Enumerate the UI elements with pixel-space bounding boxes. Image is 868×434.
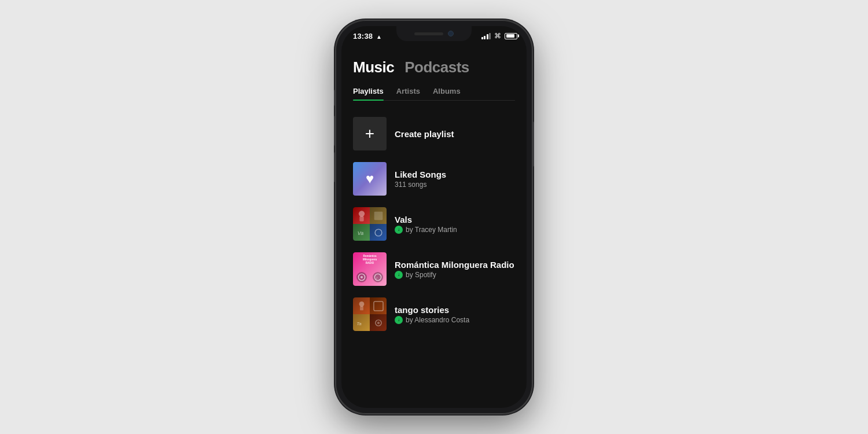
playlist-meta: ↓ by Spotify <box>395 271 515 279</box>
list-item[interactable]: RománticaMilongueraRADIO ♪ <box>353 247 515 292</box>
volume-up-button <box>334 116 336 146</box>
svg-rect-11 <box>373 301 382 310</box>
svg-point-4 <box>375 229 382 236</box>
playlist-info: tango stories ↓ by Alessandro Costa <box>395 305 515 324</box>
vals-cell-4 <box>370 224 387 241</box>
svg-text:Ta: Ta <box>356 321 362 326</box>
heart-icon: ♥ <box>366 171 374 187</box>
list-item[interactable]: ♥ Liked Songs 311 songs <box>353 156 515 201</box>
plus-icon: + <box>365 126 374 142</box>
svg-point-6 <box>361 276 363 278</box>
vals-art-1 <box>355 209 368 222</box>
signal-bar-1 <box>481 37 483 39</box>
svg-point-9 <box>359 301 364 306</box>
playlist-name: Create playlist <box>395 129 515 139</box>
romantica-label: RománticaMilongueraRADIO <box>355 255 385 265</box>
vals-art-4 <box>372 226 385 239</box>
speaker <box>414 32 443 35</box>
svg-point-14 <box>377 321 379 323</box>
download-badge: ↓ <box>395 271 403 279</box>
playlist-info: Vals ↓ by Tracey Martin <box>395 215 515 234</box>
signal-bar-2 <box>484 36 486 39</box>
phone-wrapper: 13:38 ▲ ⌘ Music Podcasts <box>336 20 532 414</box>
signal-bars <box>481 32 491 39</box>
tab-podcasts[interactable]: Podcasts <box>404 58 469 76</box>
vals-thumb: Va <box>353 207 387 241</box>
playlist-info: Romántica Milonguera Radio ↓ by Spotify <box>395 260 515 279</box>
playlist-meta: ↓ by Tracey Martin <box>395 226 515 234</box>
playlist-list: + Create playlist ♥ Liked Songs 311 song… <box>353 111 515 337</box>
tango-collage: Ta <box>353 297 387 331</box>
signal-bar-4 <box>489 33 491 39</box>
svg-text:♪: ♪ <box>376 275 378 279</box>
liked-songs-thumb: ♥ <box>353 162 387 196</box>
camera <box>448 31 454 36</box>
download-arrow-icon: ↓ <box>398 273 400 277</box>
romantica-thumb: RománticaMilongueraRADIO ♪ <box>353 252 387 286</box>
download-badge: ↓ <box>395 316 403 324</box>
playlist-subtitle: by Tracey Martin <box>406 226 457 234</box>
playlist-info: Liked Songs 311 songs <box>395 170 515 189</box>
subtab-artists[interactable]: Artists <box>396 87 420 100</box>
playlist-name: Vals <box>395 215 515 225</box>
content: Music Podcasts Playlists Artists Albums <box>341 49 527 408</box>
battery-fill <box>506 34 514 38</box>
romantica-collage: RománticaMilongueraRADIO ♪ <box>353 252 387 286</box>
sub-tabs: Playlists Artists Albums <box>353 87 515 101</box>
header-tabs: Music Podcasts <box>353 58 515 76</box>
playlist-meta: 311 songs <box>395 181 515 189</box>
status-icons: ⌘ <box>481 32 518 40</box>
romantica-circle-2: ♪ <box>373 272 383 282</box>
romantica-circle-1 <box>356 272 367 282</box>
signal-bar-3 <box>487 34 488 39</box>
playlist-meta: ↓ by Alessandro Costa <box>395 316 515 324</box>
svg-text:Va: Va <box>357 230 363 236</box>
volume-down-button <box>334 152 336 182</box>
battery-icon <box>505 33 517 39</box>
create-playlist-thumb: + <box>353 117 387 150</box>
playlist-subtitle: by Alessandro Costa <box>406 316 469 324</box>
svg-rect-10 <box>360 306 363 310</box>
wifi-icon: ⌘ <box>494 32 501 40</box>
notch <box>396 26 472 41</box>
tab-music[interactable]: Music <box>353 58 394 76</box>
list-item[interactable]: Ta tango stories <box>353 292 515 337</box>
tango-cell-1 <box>353 297 370 314</box>
playlist-subtitle: 311 songs <box>395 181 426 189</box>
vals-collage: Va <box>353 207 387 241</box>
playlist-name: tango stories <box>395 305 515 315</box>
screen: 13:38 ▲ ⌘ Music Podcasts <box>341 26 527 408</box>
status-time: 13:38 ▲ <box>353 32 382 41</box>
subtab-albums[interactable]: Albums <box>433 87 461 100</box>
svg-point-0 <box>358 211 364 216</box>
playlist-name: Romántica Milonguera Radio <box>395 260 515 270</box>
vals-art-2 <box>372 209 385 222</box>
vals-art-3: Va <box>355 226 368 239</box>
download-badge: ↓ <box>395 226 403 234</box>
tango-cell-3: Ta <box>353 314 370 331</box>
playlist-name: Liked Songs <box>395 170 515 179</box>
playlist-info: Create playlist <box>395 129 515 139</box>
subtab-playlists[interactable]: Playlists <box>353 87 384 100</box>
tango-cell-2 <box>370 297 387 314</box>
list-item[interactable]: + Create playlist <box>353 111 515 156</box>
vals-cell-2 <box>370 207 387 224</box>
download-arrow-icon: ↓ <box>398 227 400 232</box>
vals-cell-1 <box>353 207 370 224</box>
vals-cell-3: Va <box>353 224 370 241</box>
svg-rect-1 <box>359 216 363 221</box>
list-item[interactable]: Va Vals <box>353 201 515 247</box>
download-arrow-icon: ↓ <box>398 318 400 322</box>
playlist-subtitle: by Spotify <box>406 271 436 279</box>
power-button <box>532 122 534 167</box>
location-icon: ▲ <box>376 34 382 40</box>
tango-thumb: Ta <box>353 297 387 331</box>
svg-rect-2 <box>374 211 382 220</box>
tango-cell-4 <box>370 314 387 331</box>
mute-button <box>334 90 336 106</box>
